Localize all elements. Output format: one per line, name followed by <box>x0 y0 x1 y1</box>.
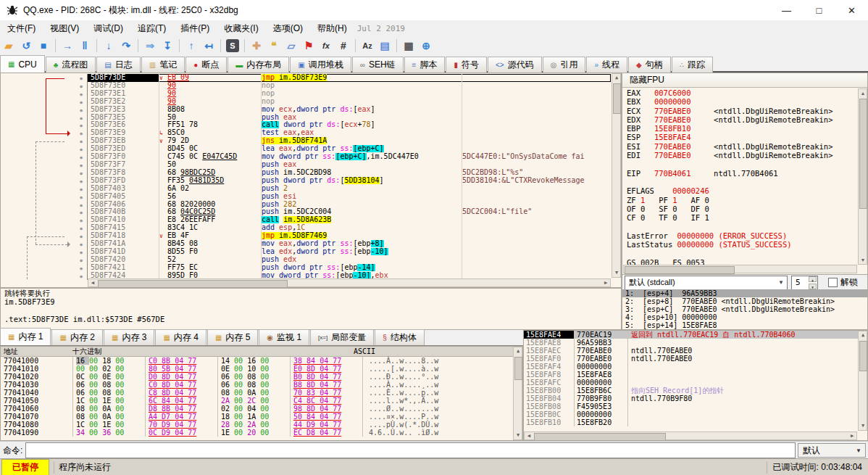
breakpoint-dot-icon[interactable]: ● <box>75 177 87 185</box>
globe-icon[interactable]: ⊕ <box>418 38 434 54</box>
register-line[interactable]: EBX 00000000 <box>627 97 857 106</box>
calculator-icon[interactable]: ▦ <box>401 38 417 54</box>
disassembly-pane[interactable]: ●5D8F73DE∨EB 09jmp im.5D8F73E9●5D8F73E09… <box>0 73 622 288</box>
tab-句柄[interactable]: ◆句柄 <box>628 57 671 73</box>
register-line[interactable]: CF 0 TF 0 IF 1 <box>627 213 857 222</box>
registers-v-scrollbar[interactable]: ▲ ▼ <box>858 88 867 265</box>
register-line[interactable]: GS 002B FS 0053 <box>627 258 857 265</box>
disasm-row[interactable]: ●5D8F73E290nop <box>1 98 611 106</box>
breakpoint-dot-icon[interactable]: ● <box>75 193 87 201</box>
execute-till-return-icon[interactable]: ↧ <box>159 38 175 54</box>
register-line[interactable]: EDX 770EABE0 <ntdll.DbgUiRemoteBreakin> <box>627 115 857 124</box>
tab-调用堆栈[interactable]: ▣调用堆栈 <box>290 57 351 73</box>
register-line[interactable]: LastStatus 00000000 (STATUS_SUCCESS) <box>627 240 857 249</box>
stack-row[interactable]: 15E8FB0C00000000 <box>524 410 867 418</box>
stack-pane[interactable]: 15E8FAE4770EAC19返回到 ntdll.770EAC19 自 ntd… <box>523 330 868 441</box>
register-line[interactable]: OF 0 SF 0 DF 0 <box>627 205 857 213</box>
tab-源代码[interactable]: <>源代码 <box>488 57 542 73</box>
breakpoint-dot-icon[interactable]: ● <box>75 82 87 90</box>
memory-row[interactable]: 7704106008 00 0A 00D8 8B 04 7702 00 04 0… <box>1 405 522 413</box>
tab-内存 2[interactable]: ▦内存 2 <box>51 329 102 345</box>
run-icon[interactable]: → <box>59 38 75 54</box>
memory-row[interactable]: 770410200C 00 0E 00D0 8D 04 7706 00 08 0… <box>1 373 522 381</box>
tab-内存布局[interactable]: ▬内存布局 <box>228 57 289 73</box>
breakpoint-dot-icon[interactable]: ● <box>75 106 87 114</box>
hash-icon[interactable]: # <box>335 38 351 54</box>
tab-跟踪[interactable]: ∴跟踪 <box>672 57 713 73</box>
argument-row[interactable]: 2: [esp+8] 770EABE0 <ntdll.DbgUiRemoteBr… <box>622 297 867 305</box>
disasm-row[interactable]: ●5D8F740556push esi <box>1 193 611 201</box>
argument-row[interactable]: 4: [esp+10] 00000000 <box>622 313 867 321</box>
disasm-row[interactable]: ●5D8F74036A 02push 2 <box>1 185 611 193</box>
tab-流程图[interactable]: ♣流程图 <box>46 57 96 73</box>
register-line[interactable] <box>627 249 857 257</box>
tab-脚本[interactable]: ≡脚本 <box>404 57 446 73</box>
tab-内存 1[interactable]: ▦内存 1 <box>0 328 51 345</box>
stack-row[interactable]: 15E8FB04770B9F80ntdll.770B9F80 <box>524 395 867 402</box>
stack-row[interactable]: 15E8FAE4770EAC19返回到 ntdll.770EAC19 自 ntd… <box>524 331 867 339</box>
pause-icon[interactable]: ‖ <box>77 38 93 54</box>
step-into-icon[interactable]: ↓ <box>101 38 117 54</box>
argument-row[interactable]: 3: [esp+C] 770EABE0 <ntdll.DbgUiRemoteBr… <box>622 305 867 313</box>
unlock-checkbox-row[interactable]: 解锁 <box>822 276 858 289</box>
memory-row[interactable]: 770410501C 00 1E 006C 84 04 772A 00 2C 0… <box>1 397 522 405</box>
disasm-row[interactable]: ●5D8F73E38B08mov ecx,dword ptr ds:[eax] <box>1 106 611 114</box>
stack-row[interactable]: 15E8FAF400000000 <box>524 363 867 371</box>
breakpoint-dot-icon[interactable]: ● <box>75 240 87 248</box>
breakpoint-dot-icon[interactable]: ● <box>75 201 87 209</box>
run-to-user-code-icon[interactable]: ↑ <box>183 38 199 54</box>
breakpoint-dot-icon[interactable]: ● <box>75 114 87 122</box>
breakpoint-dot-icon[interactable]: ● <box>75 256 87 264</box>
register-line[interactable]: EDI 770EABE0 <ntdll.DbgUiRemoteBreakin> <box>627 151 857 160</box>
register-line[interactable] <box>627 160 857 168</box>
tab-断点[interactable]: ●断点 <box>185 57 227 73</box>
breakpoint-dot-icon[interactable]: ● <box>75 98 87 106</box>
stack-row[interactable]: 15E8FB1015E8FB20 <box>524 418 867 426</box>
register-line[interactable]: LastError 00000000 (ERROR_SUCCESS) <box>627 231 857 240</box>
menu-item-调试D[interactable]: 调试(D) <box>86 21 130 36</box>
tab-内存 5[interactable]: ▦内存 5 <box>207 329 258 345</box>
unlock-checkbox[interactable] <box>828 278 838 287</box>
menu-item-帮助H[interactable]: 帮助(H) <box>310 21 354 36</box>
maximize-button[interactable]: □ <box>803 0 835 20</box>
hide-fpu-button[interactable]: 隐藏FPU <box>622 73 867 88</box>
registers-list[interactable]: EAX 007C6000EBX 00000000ECX 770EABE0 <nt… <box>627 88 857 265</box>
register-line[interactable]: EIP 770B4061 ntdll.770B4061 <box>627 169 857 178</box>
breakpoint-dot-icon[interactable]: ● <box>75 137 87 145</box>
stack-row[interactable]: 15E8FAF0770EABE0ntdll.770EABE0 <box>524 355 867 363</box>
restart-icon[interactable]: ↺ <box>18 38 34 54</box>
patch-icon[interactable]: ✚ <box>249 38 264 54</box>
stop-icon[interactable]: ■ <box>36 38 51 54</box>
breakpoint-dot-icon[interactable]: ● <box>75 129 87 137</box>
stack-row[interactable]: 15E8FB0015E8FB6C指向SEH_Record[1]的指针 <box>524 387 867 395</box>
register-line[interactable] <box>627 222 857 231</box>
tab-内存 4[interactable]: ▦内存 4 <box>155 329 206 345</box>
tab-结构体[interactable]: §结构体 <box>375 329 425 345</box>
menu-item-选项O[interactable]: 选项(O) <box>266 21 310 36</box>
memory-dump-pane[interactable]: 地址 十六进制 ASCII 7704100016 00 18 00C0 8B 0… <box>0 346 523 441</box>
menu-item-视图V[interactable]: 视图(V) <box>43 21 86 36</box>
memory-row[interactable]: 7704100016 00 18 00C0 8B 04 7714 00 16 0… <box>1 357 522 365</box>
open-file-icon[interactable]: ▰ <box>1 38 17 54</box>
minimize-button[interactable]: — <box>770 0 803 20</box>
stack-row[interactable]: 15E8FB08F45905E3 <box>524 402 867 410</box>
register-line[interactable]: EBP 15E8FB10 <box>627 124 857 133</box>
stack-row[interactable]: 15E8FAFC00000000 <box>524 379 867 387</box>
breakpoint-dot-icon[interactable]: ● <box>75 153 87 161</box>
stack-row[interactable]: 15E8FAF815E8FAE8 <box>524 371 867 379</box>
step-over-icon[interactable]: ↷ <box>118 38 134 54</box>
command-input[interactable] <box>25 442 796 458</box>
menu-item-追踪T[interactable]: 追踪(T) <box>130 21 173 36</box>
tab-局部变量[interactable]: [x=]局部变量 <box>310 329 374 345</box>
breakpoint-dot-icon[interactable]: ● <box>75 264 87 272</box>
label-icon[interactable]: ▱ <box>283 38 299 54</box>
close-button[interactable]: ✕ <box>835 0 868 20</box>
breakpoint-dot-icon[interactable]: ● <box>75 121 87 129</box>
breakpoint-dot-icon[interactable]: ● <box>75 145 87 153</box>
breakpoint-dot-icon[interactable]: ● <box>75 208 87 216</box>
tab-SEH链[interactable]: ∞SEH链 <box>352 57 404 73</box>
registers-h-scrollbar[interactable] <box>623 265 857 273</box>
tab-监视 1[interactable]: ◉监视 1 <box>259 329 309 345</box>
memory-row[interactable]: 7704104006 00 08 00C8 8D 04 7708 00 0A 0… <box>1 389 522 397</box>
memory-row[interactable]: 7704103006 00 08 00C0 8D 04 7706 00 08 0… <box>1 381 522 389</box>
